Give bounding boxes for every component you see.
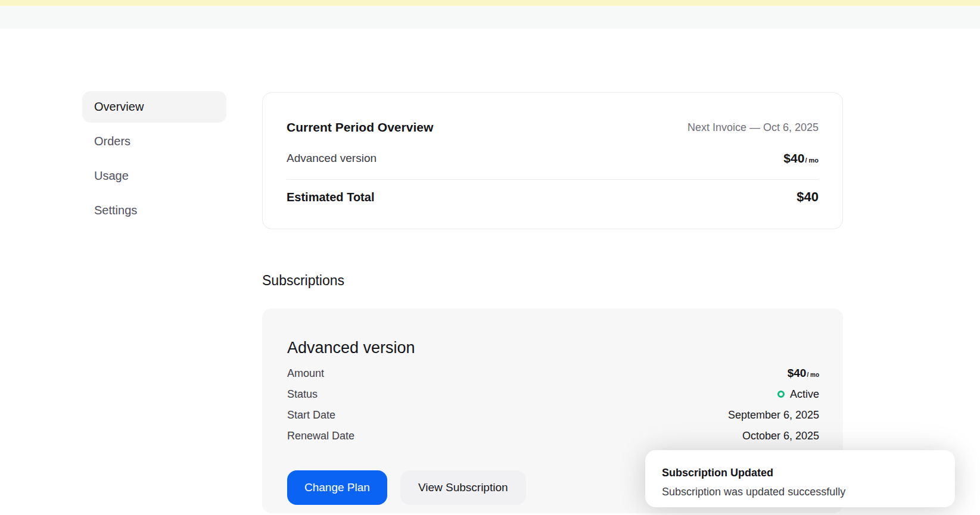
start-date-row: Start Date September 6, 2025 [287,405,819,425]
start-date-label: Start Date [287,409,335,422]
line-item-period: / mo [805,157,819,164]
sidebar-item-orders-label: Orders [94,135,130,148]
toast-notification[interactable]: Subscription Updated Subscription was up… [645,450,955,507]
sidebar-item-usage[interactable]: Usage [82,160,226,192]
status-value: Active [777,388,819,401]
amount-row: Amount $40/ mo [287,363,819,383]
start-date-value: September 6, 2025 [728,409,819,422]
header-bar [0,6,980,29]
subscriptions-heading: Subscriptions [262,273,344,289]
current-period-card: Current Period Overview Next Invoice — O… [262,92,843,229]
status-row: Status Active [287,384,819,404]
change-plan-button[interactable]: Change Plan [287,470,387,505]
billing-sidebar: Overview Orders Usage Settings [82,91,238,226]
active-status-icon [777,391,785,398]
line-item-name: Advanced version [287,152,377,165]
status-label: Status [287,388,318,401]
amount-label: Amount [287,367,324,380]
sidebar-item-settings[interactable]: Settings [82,195,226,226]
sidebar-item-orders[interactable]: Orders [82,126,226,157]
estimated-total-value: $40 [797,189,819,205]
current-period-title: Current Period Overview [287,120,433,135]
plan-details: Amount $40/ mo Status Active Start Date … [287,363,819,446]
sidebar-item-settings-label: Settings [94,204,137,217]
line-item-amount: $40/ mo [783,151,819,166]
estimated-total-label: Estimated Total [287,191,374,204]
sidebar-item-overview[interactable]: Overview [82,91,226,123]
toast-message: Subscription was updated successfully [662,484,938,500]
estimated-total-row: Estimated Total $40 [287,180,819,214]
next-invoice-date: Next Invoice — Oct 6, 2025 [687,121,819,134]
status-text: Active [790,388,819,401]
plan-name: Advanced version [287,336,819,360]
line-item-row: Advanced version $40/ mo [287,141,819,176]
amount-value: $40/ mo [788,367,819,380]
sidebar-item-usage-label: Usage [94,169,129,183]
renewal-date-value: October 6, 2025 [742,430,819,442]
toast-title: Subscription Updated [662,465,938,481]
renewal-date-row: Renewal Date October 6, 2025 [287,426,819,446]
sidebar-item-overview-label: Overview [94,100,144,114]
amount-period: / mo [807,372,819,378]
renewal-date-label: Renewal Date [287,430,354,442]
view-subscription-button[interactable]: View Subscription [400,470,526,505]
top-accent-strip [0,0,980,6]
